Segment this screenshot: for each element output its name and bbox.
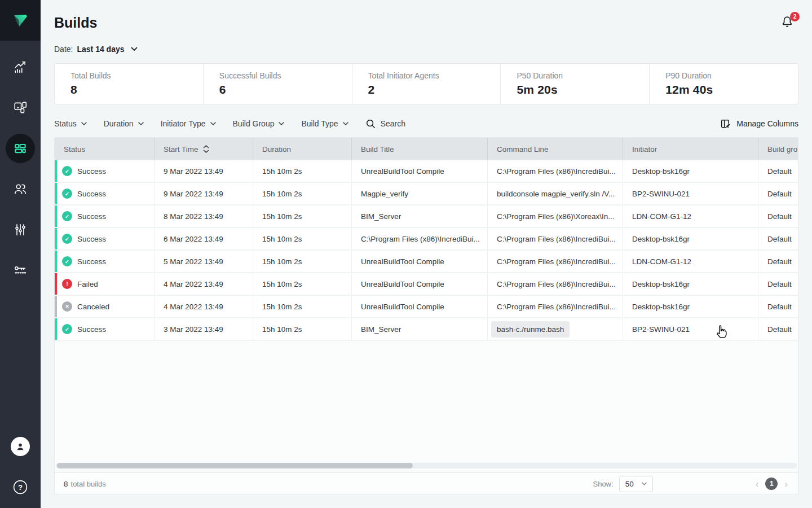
build-group-cell: Default — [758, 160, 798, 182]
command-line-text: C:\Program Files (x86)\IncrediBui... — [497, 167, 616, 176]
table-row[interactable]: ! Failed 4 Mar 2022 13:49 15h 10m 2s Unr… — [55, 273, 798, 296]
manage-columns-label: Manage Columns — [736, 119, 798, 128]
filter-bar: Status Duration Initiator Type Build Gro… — [54, 115, 798, 133]
filter-status-dropdown[interactable]: Status — [54, 119, 87, 128]
builds-table: Status Start Time Duration Build Title C… — [54, 137, 798, 495]
start-time-cell: 9 Mar 2022 13:49 — [155, 160, 253, 182]
total-builds-label: total builds — [71, 480, 106, 488]
status-cell: ✓ Success — [55, 251, 155, 272]
initiator-cell: Desktop-bsk16gr — [623, 273, 758, 295]
initiator-cell: Desktop-bsk16gr — [623, 296, 758, 317]
status-cell: ✓ Success — [55, 183, 155, 204]
sidebar-item-builds[interactable] — [0, 128, 41, 169]
command-line-text: C:\Program Files (x86)\IncrediBui... — [497, 235, 616, 243]
current-page-button[interactable]: 1 — [765, 478, 778, 490]
status-cell: ✓ Success — [55, 228, 155, 249]
page-size-select[interactable]: 50 — [619, 476, 653, 492]
stat-label: P90 Duration — [665, 71, 798, 80]
stat-label: Total Initiator Agents — [368, 71, 501, 80]
table-row[interactable]: ✓ Success 6 Mar 2022 13:49 15h 10m 2s C:… — [55, 228, 798, 251]
command-line-text: C:\Program Files (x86)\IncrediBui... — [497, 280, 616, 288]
table-row[interactable]: ✓ Success 8 Mar 2022 13:49 15h 10m 2s BI… — [55, 205, 798, 228]
horizontal-scrollbar-track[interactable] — [56, 463, 797, 468]
initiator-cell: BP2-SWINU-021 — [623, 318, 758, 340]
search-button[interactable]: Search — [365, 119, 405, 129]
duration-cell: 15h 10m 2s — [253, 160, 352, 182]
license-key-icon — [13, 263, 28, 278]
status-label: Success — [77, 257, 106, 266]
dropdown-label: Build Group — [233, 119, 275, 128]
table-row[interactable]: ✓ Success 9 Mar 2022 13:49 15h 10m 2s Ma… — [55, 183, 798, 205]
filter-initiator-type-dropdown[interactable]: Initiator Type — [161, 119, 216, 128]
chevron-down-icon — [138, 122, 144, 125]
notifications-button[interactable]: 2 — [780, 15, 795, 30]
status-accent-bar — [55, 205, 57, 227]
build-title-cell: BIM_Server — [352, 318, 488, 340]
sidebar-item-account[interactable] — [0, 426, 41, 467]
manage-columns-icon — [721, 119, 731, 129]
search-label: Search — [381, 119, 405, 128]
stat-value: 8 — [70, 83, 203, 97]
table-body: ✓ Success 9 Mar 2022 13:49 15h 10m 2s Un… — [55, 160, 798, 341]
table-row[interactable]: ✓ Success 9 Mar 2022 13:49 15h 10m 2s Un… — [55, 160, 798, 183]
sidebar-item-help[interactable]: ? — [0, 467, 41, 507]
column-header-start-time[interactable]: Start Time — [155, 138, 253, 160]
show-label: Show: — [593, 480, 613, 488]
sidebar-item-users[interactable] — [0, 169, 41, 209]
build-title-cell: BIM_Server — [352, 205, 488, 227]
sidebar: ? — [0, 0, 41, 508]
app-logo[interactable] — [0, 0, 41, 41]
build-group-cell: Default — [758, 183, 798, 204]
table-row[interactable]: ✓ Success 5 Mar 2022 13:49 15h 10m 2s Un… — [55, 251, 798, 273]
status-icon: ✓ — [62, 256, 72, 266]
filter-duration-dropdown[interactable]: Duration — [104, 119, 144, 128]
build-group-cell: Default — [758, 251, 798, 272]
chevron-down-icon — [131, 47, 138, 51]
table-empty-area — [55, 341, 798, 463]
command-line-cell: C:\Program Files (x86)\IncrediBui... — [488, 160, 623, 182]
date-filter[interactable]: Date: Last 14 days — [54, 44, 138, 54]
user-avatar-icon — [15, 441, 26, 452]
status-label: Success — [77, 190, 106, 198]
table-row[interactable]: ✓ Success 3 Mar 2022 13:49 15h 10m 2s BI… — [55, 318, 798, 341]
prev-page-button[interactable]: ‹ — [754, 479, 760, 489]
total-builds-count: 8 — [64, 480, 68, 488]
initiator-cell: LDN-COM-G1-12 — [623, 205, 758, 227]
duration-cell: 15h 10m 2s — [253, 205, 352, 227]
filter-build-group-dropdown[interactable]: Build Group — [233, 119, 285, 128]
dropdown-label: Initiator Type — [161, 119, 206, 128]
sidebar-item-licenses[interactable] — [0, 250, 41, 291]
horizontal-scrollbar-thumb[interactable] — [57, 463, 413, 468]
command-line-cell: bash-c./runme.bash — [488, 318, 623, 340]
status-label: Canceled — [77, 303, 109, 311]
sort-icon[interactable] — [203, 145, 209, 153]
sidebar-item-analytics[interactable] — [0, 47, 41, 87]
stat-label: P50 Duration — [517, 71, 649, 80]
build-group-cell: Default — [758, 205, 798, 227]
stat-value: 5m 20s — [517, 83, 649, 97]
start-time-cell: 6 Mar 2022 13:49 — [155, 228, 253, 249]
column-header-status: Status — [55, 138, 155, 160]
initiator-cell: Desktop-bsk16gr — [623, 228, 758, 249]
stat-p90-duration: P90 Duration 12m 40s — [649, 64, 798, 104]
status-label: Failed — [77, 280, 98, 288]
initiator-cell: BP2-SWINU-021 — [623, 183, 758, 204]
filter-build-type-dropdown[interactable]: Build Type — [301, 119, 348, 128]
sidebar-item-agents[interactable] — [0, 87, 41, 128]
status-accent-bar — [55, 183, 57, 204]
command-line-cell: C:\Program Files (x86)\Xoreax\In... — [488, 205, 623, 227]
status-cell: ✓ Success — [55, 318, 155, 340]
table-row[interactable]: ✕ Canceled 4 Mar 2022 13:49 15h 10m 2s U… — [55, 296, 798, 318]
sidebar-item-settings[interactable] — [0, 209, 41, 250]
status-icon: ✓ — [62, 211, 72, 221]
next-page-button[interactable]: › — [783, 479, 789, 489]
stats-card: Total Builds 8 Successful Builds 6 Total… — [54, 63, 798, 104]
users-icon — [13, 182, 28, 196]
main-content: Builds 2 Date: Last 14 days Total Builds… — [41, 0, 812, 495]
command-line-cell: C:\Program Files (x86)\IncrediBui... — [488, 296, 623, 317]
status-accent-bar — [55, 296, 57, 317]
start-time-cell: 4 Mar 2022 13:49 — [155, 296, 253, 317]
manage-columns-button[interactable]: Manage Columns — [721, 119, 798, 129]
active-item-highlight — [6, 134, 35, 163]
status-icon: ✓ — [62, 324, 72, 334]
